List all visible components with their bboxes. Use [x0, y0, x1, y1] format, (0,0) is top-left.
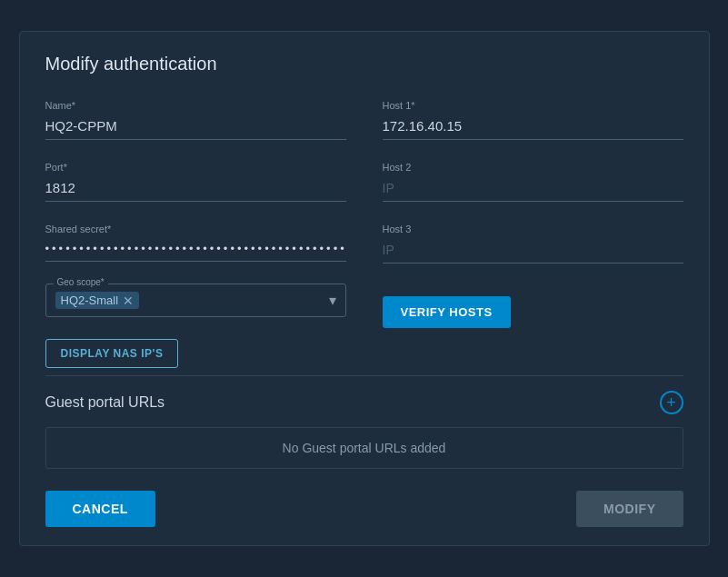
tag-close-icon[interactable]: ✕ — [123, 294, 134, 307]
geo-scope-tag: HQ2-Small ✕ — [55, 292, 140, 309]
guest-portal-section: Guest portal URLs + — [45, 391, 683, 414]
host3-field: Host 3 — [383, 224, 683, 264]
geo-scope-field: Geo scope* HQ2-Small ✕ ▾ — [45, 284, 346, 317]
tag-label: HQ2-Small — [61, 293, 119, 307]
shared-secret-input[interactable] — [45, 238, 346, 262]
port-input[interactable] — [45, 176, 346, 202]
verify-hosts-button[interactable]: VERIFY HOSTS — [383, 296, 511, 328]
shared-secret-label: Shared secret* — [45, 224, 346, 234]
guest-portal-title: Guest portal URLs — [45, 394, 165, 411]
host3-label: Host 3 — [383, 224, 683, 234]
host3-input[interactable] — [383, 238, 683, 264]
host2-field: Host 2 — [383, 162, 683, 202]
host1-field: Host 1* — [383, 100, 683, 140]
section-divider — [45, 375, 683, 376]
host1-label: Host 1* — [383, 100, 683, 111]
shared-secret-field: Shared secret* — [45, 224, 346, 262]
port-field: Port* — [45, 162, 346, 202]
host2-input[interactable] — [383, 176, 683, 202]
port-label: Port* — [45, 162, 346, 173]
host1-input[interactable] — [383, 114, 683, 140]
host2-label: Host 2 — [383, 162, 683, 173]
left-column: Name* Port* Shared secret* Geo scope* — [45, 100, 346, 368]
name-input[interactable] — [45, 114, 346, 140]
name-label: Name* — [45, 100, 346, 111]
dialog-footer: CANCEL MODIFY — [45, 487, 683, 527]
no-urls-message: No Guest portal URLs added — [45, 427, 683, 469]
modify-auth-dialog: Modify authentication Name* Port* Shared… — [19, 31, 710, 546]
verify-hosts-wrap: VERIFY HOSTS — [383, 289, 683, 328]
geo-scope-wrapper[interactable]: Geo scope* HQ2-Small ✕ ▾ — [45, 284, 346, 317]
modify-button[interactable]: MODIFY — [576, 491, 683, 527]
geo-scope-tags: HQ2-Small ✕ — [55, 292, 140, 309]
display-nas-wrap: DISPLAY NAS IP'S — [45, 335, 346, 368]
geo-scope-dropdown[interactable]: HQ2-Small ✕ ▾ — [46, 284, 345, 316]
form-grid: Name* Port* Shared secret* Geo scope* — [45, 100, 683, 368]
add-guest-url-button[interactable]: + — [660, 391, 683, 414]
right-column: Host 1* Host 2 Host 3 VERIFY HOSTS — [383, 100, 683, 368]
geo-scope-legend: Geo scope* — [54, 277, 108, 287]
dropdown-arrow-icon: ▾ — [329, 292, 336, 309]
name-field: Name* — [45, 100, 346, 140]
cancel-button[interactable]: CANCEL — [45, 491, 155, 527]
display-nas-button[interactable]: DISPLAY NAS IP'S — [45, 339, 179, 368]
dialog-title: Modify authentication — [45, 54, 683, 75]
